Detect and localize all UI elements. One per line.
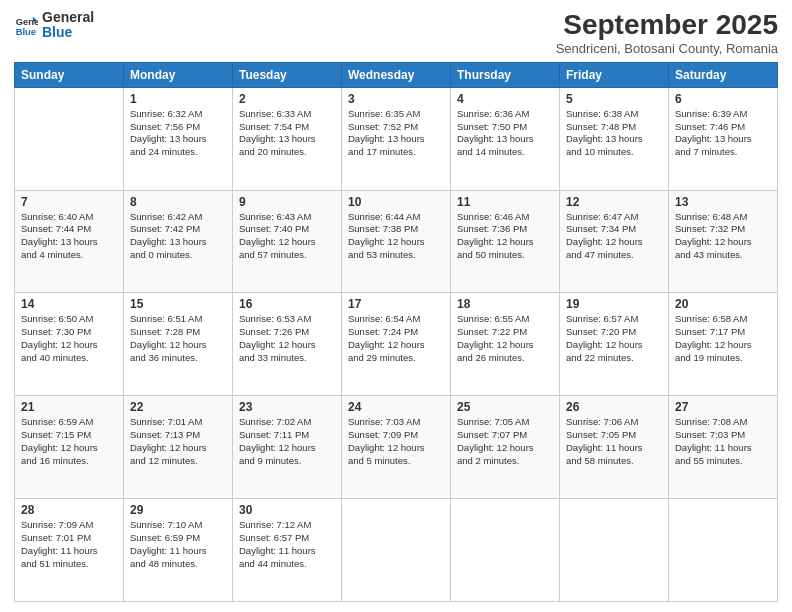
calendar-cell-2-4: 18Sunrise: 6:55 AM Sunset: 7:22 PM Dayli…: [451, 293, 560, 396]
calendar-cell-3-3: 24Sunrise: 7:03 AM Sunset: 7:09 PM Dayli…: [342, 396, 451, 499]
calendar-cell-4-2: 30Sunrise: 7:12 AM Sunset: 6:57 PM Dayli…: [233, 499, 342, 602]
day-number: 29: [130, 503, 226, 517]
week-row-1: 1Sunrise: 6:32 AM Sunset: 7:56 PM Daylig…: [15, 87, 778, 190]
day-info: Sunrise: 7:12 AM Sunset: 6:57 PM Dayligh…: [239, 519, 335, 570]
calendar-cell-2-5: 19Sunrise: 6:57 AM Sunset: 7:20 PM Dayli…: [560, 293, 669, 396]
header-thursday: Thursday: [451, 62, 560, 87]
calendar-cell-4-3: [342, 499, 451, 602]
day-number: 9: [239, 195, 335, 209]
day-info: Sunrise: 6:54 AM Sunset: 7:24 PM Dayligh…: [348, 313, 444, 364]
header-wednesday: Wednesday: [342, 62, 451, 87]
day-info: Sunrise: 6:42 AM Sunset: 7:42 PM Dayligh…: [130, 211, 226, 262]
calendar-table: Sunday Monday Tuesday Wednesday Thursday…: [14, 62, 778, 602]
day-number: 10: [348, 195, 444, 209]
calendar-cell-2-0: 14Sunrise: 6:50 AM Sunset: 7:30 PM Dayli…: [15, 293, 124, 396]
day-info: Sunrise: 6:40 AM Sunset: 7:44 PM Dayligh…: [21, 211, 117, 262]
calendar-cell-0-3: 3Sunrise: 6:35 AM Sunset: 7:52 PM Daylig…: [342, 87, 451, 190]
calendar-cell-0-6: 6Sunrise: 6:39 AM Sunset: 7:46 PM Daylig…: [669, 87, 778, 190]
day-info: Sunrise: 6:58 AM Sunset: 7:17 PM Dayligh…: [675, 313, 771, 364]
svg-text:Blue: Blue: [16, 27, 36, 38]
day-number: 20: [675, 297, 771, 311]
day-info: Sunrise: 6:36 AM Sunset: 7:50 PM Dayligh…: [457, 108, 553, 159]
day-number: 15: [130, 297, 226, 311]
calendar-cell-1-6: 13Sunrise: 6:48 AM Sunset: 7:32 PM Dayli…: [669, 190, 778, 293]
day-info: Sunrise: 6:43 AM Sunset: 7:40 PM Dayligh…: [239, 211, 335, 262]
day-info: Sunrise: 6:38 AM Sunset: 7:48 PM Dayligh…: [566, 108, 662, 159]
header-tuesday: Tuesday: [233, 62, 342, 87]
week-row-5: 28Sunrise: 7:09 AM Sunset: 7:01 PM Dayli…: [15, 499, 778, 602]
day-number: 13: [675, 195, 771, 209]
day-info: Sunrise: 7:05 AM Sunset: 7:07 PM Dayligh…: [457, 416, 553, 467]
calendar-cell-1-2: 9Sunrise: 6:43 AM Sunset: 7:40 PM Daylig…: [233, 190, 342, 293]
day-number: 3: [348, 92, 444, 106]
calendar-cell-3-4: 25Sunrise: 7:05 AM Sunset: 7:07 PM Dayli…: [451, 396, 560, 499]
day-number: 8: [130, 195, 226, 209]
day-number: 18: [457, 297, 553, 311]
day-info: Sunrise: 6:53 AM Sunset: 7:26 PM Dayligh…: [239, 313, 335, 364]
calendar-cell-0-1: 1Sunrise: 6:32 AM Sunset: 7:56 PM Daylig…: [124, 87, 233, 190]
day-info: Sunrise: 6:55 AM Sunset: 7:22 PM Dayligh…: [457, 313, 553, 364]
day-info: Sunrise: 7:06 AM Sunset: 7:05 PM Dayligh…: [566, 416, 662, 467]
calendar-cell-4-5: [560, 499, 669, 602]
location-subtitle: Sendriceni, Botosani County, Romania: [556, 41, 778, 56]
month-title: September 2025: [556, 10, 778, 41]
day-number: 24: [348, 400, 444, 414]
day-number: 22: [130, 400, 226, 414]
calendar-cell-3-6: 27Sunrise: 7:08 AM Sunset: 7:03 PM Dayli…: [669, 396, 778, 499]
week-row-4: 21Sunrise: 6:59 AM Sunset: 7:15 PM Dayli…: [15, 396, 778, 499]
day-number: 14: [21, 297, 117, 311]
day-number: 26: [566, 400, 662, 414]
day-number: 19: [566, 297, 662, 311]
day-number: 1: [130, 92, 226, 106]
day-number: 21: [21, 400, 117, 414]
day-number: 28: [21, 503, 117, 517]
calendar-header-row: Sunday Monday Tuesday Wednesday Thursday…: [15, 62, 778, 87]
day-info: Sunrise: 7:09 AM Sunset: 7:01 PM Dayligh…: [21, 519, 117, 570]
calendar-cell-3-2: 23Sunrise: 7:02 AM Sunset: 7:11 PM Dayli…: [233, 396, 342, 499]
calendar-cell-4-6: [669, 499, 778, 602]
header-sunday: Sunday: [15, 62, 124, 87]
calendar-cell-0-4: 4Sunrise: 6:36 AM Sunset: 7:50 PM Daylig…: [451, 87, 560, 190]
calendar-cell-4-1: 29Sunrise: 7:10 AM Sunset: 6:59 PM Dayli…: [124, 499, 233, 602]
day-info: Sunrise: 6:46 AM Sunset: 7:36 PM Dayligh…: [457, 211, 553, 262]
calendar-cell-2-2: 16Sunrise: 6:53 AM Sunset: 7:26 PM Dayli…: [233, 293, 342, 396]
day-info: Sunrise: 6:32 AM Sunset: 7:56 PM Dayligh…: [130, 108, 226, 159]
day-number: 30: [239, 503, 335, 517]
day-info: Sunrise: 7:08 AM Sunset: 7:03 PM Dayligh…: [675, 416, 771, 467]
day-info: Sunrise: 6:48 AM Sunset: 7:32 PM Dayligh…: [675, 211, 771, 262]
calendar-cell-2-6: 20Sunrise: 6:58 AM Sunset: 7:17 PM Dayli…: [669, 293, 778, 396]
day-number: 16: [239, 297, 335, 311]
day-number: 7: [21, 195, 117, 209]
day-number: 25: [457, 400, 553, 414]
calendar-cell-3-1: 22Sunrise: 7:01 AM Sunset: 7:13 PM Dayli…: [124, 396, 233, 499]
day-info: Sunrise: 6:44 AM Sunset: 7:38 PM Dayligh…: [348, 211, 444, 262]
header-saturday: Saturday: [669, 62, 778, 87]
day-info: Sunrise: 6:59 AM Sunset: 7:15 PM Dayligh…: [21, 416, 117, 467]
calendar-cell-2-1: 15Sunrise: 6:51 AM Sunset: 7:28 PM Dayli…: [124, 293, 233, 396]
day-number: 23: [239, 400, 335, 414]
day-number: 5: [566, 92, 662, 106]
day-number: 12: [566, 195, 662, 209]
calendar-cell-3-5: 26Sunrise: 7:06 AM Sunset: 7:05 PM Dayli…: [560, 396, 669, 499]
calendar-cell-4-4: [451, 499, 560, 602]
calendar-cell-1-1: 8Sunrise: 6:42 AM Sunset: 7:42 PM Daylig…: [124, 190, 233, 293]
logo-icon: General Blue: [14, 13, 38, 37]
calendar-cell-2-3: 17Sunrise: 6:54 AM Sunset: 7:24 PM Dayli…: [342, 293, 451, 396]
logo-blue-text: Blue: [42, 25, 94, 40]
day-info: Sunrise: 7:10 AM Sunset: 6:59 PM Dayligh…: [130, 519, 226, 570]
week-row-3: 14Sunrise: 6:50 AM Sunset: 7:30 PM Dayli…: [15, 293, 778, 396]
day-number: 4: [457, 92, 553, 106]
calendar-cell-3-0: 21Sunrise: 6:59 AM Sunset: 7:15 PM Dayli…: [15, 396, 124, 499]
day-info: Sunrise: 6:51 AM Sunset: 7:28 PM Dayligh…: [130, 313, 226, 364]
calendar-cell-1-5: 12Sunrise: 6:47 AM Sunset: 7:34 PM Dayli…: [560, 190, 669, 293]
day-number: 17: [348, 297, 444, 311]
day-info: Sunrise: 6:39 AM Sunset: 7:46 PM Dayligh…: [675, 108, 771, 159]
calendar-cell-0-0: [15, 87, 124, 190]
header-monday: Monday: [124, 62, 233, 87]
day-info: Sunrise: 6:50 AM Sunset: 7:30 PM Dayligh…: [21, 313, 117, 364]
calendar-cell-0-5: 5Sunrise: 6:38 AM Sunset: 7:48 PM Daylig…: [560, 87, 669, 190]
day-info: Sunrise: 7:03 AM Sunset: 7:09 PM Dayligh…: [348, 416, 444, 467]
header-friday: Friday: [560, 62, 669, 87]
calendar-cell-1-3: 10Sunrise: 6:44 AM Sunset: 7:38 PM Dayli…: [342, 190, 451, 293]
calendar-cell-1-0: 7Sunrise: 6:40 AM Sunset: 7:44 PM Daylig…: [15, 190, 124, 293]
